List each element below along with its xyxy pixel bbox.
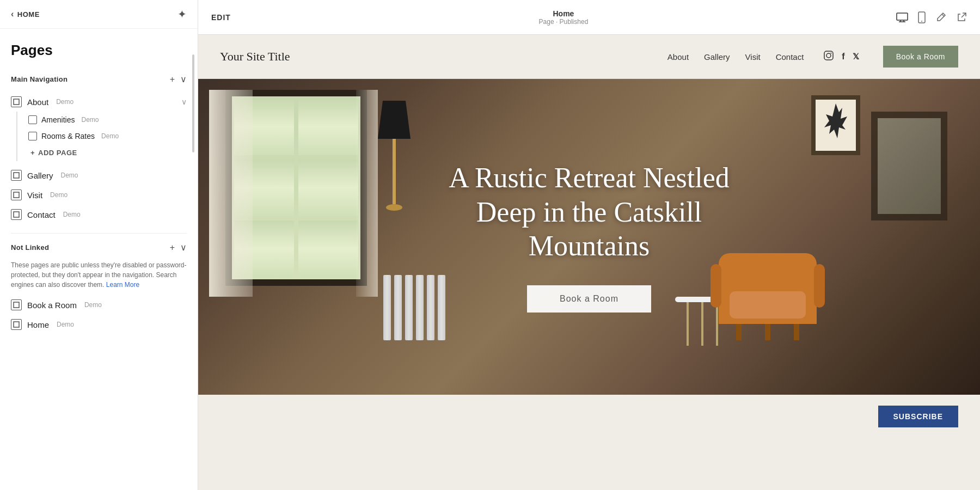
site-logo[interactable]: Your Site Title — [220, 50, 290, 64]
back-arrow-icon: ‹ — [11, 9, 14, 19]
hero-curtains-right — [356, 90, 378, 297]
site-header: Your Site Title About Gallery Visit Cont… — [198, 35, 980, 79]
page-badge-amenities: Demo — [81, 116, 99, 124]
page-chevron-about[interactable]: ∨ — [181, 97, 187, 106]
svg-point-16 — [831, 52, 832, 53]
preview-area: EDIT Home Page · Published Your Site Tit… — [198, 0, 980, 490]
page-icon-book-a-room — [11, 299, 22, 310]
main-navigation-header: Main Navigation + ∨ — [11, 74, 187, 84]
svg-line-13 — [961, 13, 966, 17]
sidebar-content: Pages Main Navigation + ∨ About Demo ∨ A… — [0, 29, 198, 490]
svg-rect-5 — [14, 322, 19, 327]
page-item-contact[interactable]: Contact Demo — [11, 205, 187, 224]
page-item-amenities[interactable]: Amenities Demo — [28, 112, 187, 128]
page-name-about: About — [27, 97, 48, 107]
picture-frame — [811, 95, 860, 155]
desktop-view-icon[interactable] — [896, 13, 908, 22]
twitter-icon[interactable]: 𝕏 — [853, 52, 859, 62]
hero-text: A Rustic Retreat Nestled Deep in the Cat… — [426, 161, 752, 312]
page-info-title: Home — [242, 9, 885, 18]
instagram-icon[interactable] — [823, 50, 834, 64]
hero-section: A Rustic Retreat Nestled Deep in the Cat… — [198, 79, 980, 395]
page-item-book-a-room[interactable]: Book a Room Demo — [11, 295, 187, 315]
page-item-home[interactable]: Home Demo — [11, 315, 187, 334]
window-pane-6 — [298, 220, 358, 277]
not-linked-label: Not Linked — [11, 243, 49, 252]
svg-point-11 — [921, 21, 922, 22]
page-name-visit: Visit — [27, 191, 42, 200]
pages-title: Pages — [11, 42, 187, 59]
learn-more-link[interactable]: Learn More — [106, 281, 139, 289]
sidebar-top-bar: ‹ HOME ✦ — [0, 0, 198, 29]
facebook-icon[interactable]: f — [842, 52, 844, 62]
nav-about[interactable]: About — [667, 52, 689, 62]
page-name-rooms-rates: Rooms & Rates — [41, 132, 95, 140]
footer-strip: SUBSCRIBE — [198, 395, 980, 438]
hero-heading: A Rustic Retreat Nestled Deep in the Cat… — [426, 161, 752, 263]
collapse-not-linked-icon[interactable]: ∨ — [180, 242, 187, 253]
collapse-nav-icon[interactable]: ∨ — [180, 74, 187, 84]
edit-label: EDIT — [211, 13, 231, 22]
page-name-amenities: Amenities — [41, 115, 75, 124]
add-sub-page-button[interactable]: + ADD PAGE — [28, 144, 187, 161]
page-badge-book-a-room: Demo — [84, 301, 102, 309]
page-item-gallery[interactable]: Gallery Demo — [11, 166, 187, 185]
book-a-room-button[interactable]: Book a Room — [883, 46, 958, 68]
radiator-fin-2 — [394, 275, 402, 340]
lamp-stem — [393, 139, 396, 204]
page-icon-rooms-rates — [28, 132, 37, 140]
external-link-icon[interactable] — [956, 12, 967, 23]
svg-rect-2 — [14, 192, 19, 198]
website-frame: Your Site Title About Gallery Visit Cont… — [198, 35, 980, 490]
add-page-label: ADD PAGE — [38, 149, 77, 157]
chair-arm-right — [814, 264, 825, 308]
section-actions: + ∨ — [170, 74, 187, 84]
page-name-contact: Contact — [27, 210, 56, 219]
scroll-indicator — [192, 54, 194, 152]
page-icon-visit — [11, 189, 22, 200]
page-info-subtitle: Page · Published — [242, 18, 885, 26]
svg-line-12 — [942, 14, 944, 16]
sidebar: ‹ HOME ✦ Pages Main Navigation + ∨ About… — [0, 0, 198, 490]
back-button[interactable]: ‹ HOME — [11, 9, 40, 19]
not-linked-section: Not Linked + ∨ These pages are public un… — [11, 242, 187, 334]
page-item-visit[interactable]: Visit Demo — [11, 185, 187, 205]
top-bar-icons — [896, 11, 967, 23]
chair-leg-1 — [736, 324, 742, 340]
nav-contact[interactable]: Contact — [776, 52, 804, 62]
add-icon: + — [30, 149, 35, 157]
radiator-fin-3 — [405, 275, 413, 340]
chair-leg-2 — [765, 324, 770, 340]
window-pane-4 — [298, 160, 358, 216]
page-badge-visit: Demo — [50, 191, 68, 199]
radiator-fin-1 — [383, 275, 391, 340]
add-not-linked-icon[interactable]: + — [170, 243, 175, 253]
svg-rect-3 — [14, 212, 19, 217]
sub-pages-about: Amenities Demo Rooms & Rates Demo + ADD … — [16, 112, 187, 161]
svg-point-15 — [826, 53, 831, 58]
hero-cta-button[interactable]: Book a Room — [527, 285, 651, 313]
page-badge-contact: Demo — [63, 211, 81, 218]
nav-visit[interactable]: Visit — [745, 52, 761, 62]
page-item-rooms-rates[interactable]: Rooms & Rates Demo — [28, 128, 187, 144]
sparkle-icon[interactable]: ✦ — [177, 8, 187, 21]
edit-pen-icon[interactable] — [935, 12, 946, 23]
page-icon-home — [11, 319, 22, 330]
hero-lamp — [378, 101, 411, 211]
add-nav-icon[interactable]: + — [170, 75, 175, 84]
svg-rect-0 — [14, 99, 19, 105]
page-icon-contact — [11, 209, 22, 220]
page-badge-rooms-rates: Demo — [101, 132, 119, 140]
page-badge-about: Demo — [56, 98, 74, 106]
top-bar: EDIT Home Page · Published — [198, 0, 980, 35]
page-icon-amenities — [28, 115, 37, 124]
nav-gallery[interactable]: Gallery — [704, 52, 730, 62]
main-navigation-label: Main Navigation — [11, 75, 68, 83]
subscribe-button[interactable]: SUBSCRIBE — [878, 406, 958, 427]
page-name-home: Home — [27, 320, 49, 329]
mobile-view-icon[interactable] — [918, 11, 926, 23]
page-icon-about — [11, 96, 22, 107]
page-badge-home: Demo — [57, 321, 74, 328]
page-item-about[interactable]: About Demo ∨ — [11, 92, 187, 112]
not-linked-actions: + ∨ — [170, 242, 187, 253]
